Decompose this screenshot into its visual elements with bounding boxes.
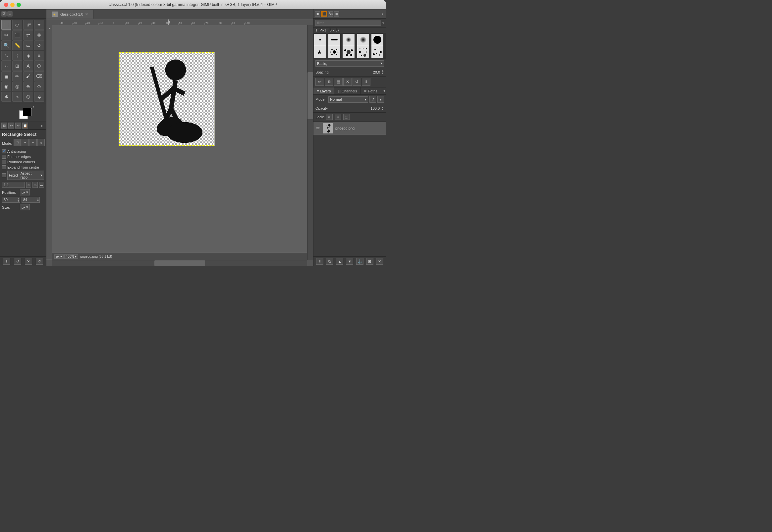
expand-centre-checkbox[interactable] — [2, 165, 6, 169]
layer-action-up[interactable]: ▲ — [336, 258, 343, 265]
toolbox-mini-1[interactable]: 🖼 — [1, 11, 7, 17]
tool-bucket[interactable]: ⬡ — [34, 61, 44, 71]
toolbox-mini-2[interactable]: ⊙ — [7, 11, 13, 17]
lock-alpha[interactable]: ⬚ — [343, 114, 350, 120]
brush-plus[interactable] — [357, 46, 369, 58]
rp-btn-brush[interactable]: ⬛ — [321, 11, 327, 17]
tool-perspective[interactable]: ◈ — [23, 51, 33, 61]
brush-splat1[interactable] — [328, 46, 340, 58]
mode-subtract[interactable]: − — [29, 139, 37, 146]
opacity-spinner[interactable]: ▲ ▼ — [381, 106, 384, 111]
bottom-action-3[interactable]: ✕ — [25, 258, 32, 265]
scrollbar-vertical[interactable] — [307, 25, 313, 260]
scrollbar-h-thumb[interactable] — [154, 260, 205, 266]
tool-flip[interactable]: ↔ — [1, 61, 11, 71]
status-zoom-dropdown[interactable]: 400% ▾ — [64, 254, 79, 259]
mode-intersect[interactable]: ∩ — [37, 139, 45, 146]
bottom-action-4[interactable]: ↺ — [36, 258, 43, 265]
scrollbar-horizontal[interactable] — [52, 260, 307, 266]
tool-move[interactable]: ✚ — [34, 30, 44, 40]
tool-text[interactable]: A — [23, 61, 33, 71]
ratio-landscape[interactable]: ▬ — [39, 182, 44, 188]
tool-airbrush[interactable]: ◉ — [1, 81, 11, 91]
antialiasing-checkbox[interactable] — [2, 149, 6, 153]
brush-dash[interactable] — [328, 34, 340, 46]
fixed-checkbox[interactable] — [2, 173, 6, 177]
tool-rectangle-select[interactable]: ⬚ — [1, 20, 11, 30]
tool-lasso[interactable]: 𝒫 — [23, 20, 33, 30]
tool-mypaint[interactable]: ⊕ — [23, 81, 33, 91]
tool-color-picker[interactable]: ⬙ — [34, 92, 44, 102]
status-unit-dropdown[interactable]: px ▾ — [54, 254, 64, 259]
brush-pixel[interactable] — [314, 34, 326, 46]
brush-splat2[interactable] — [343, 46, 355, 58]
tool-dodge[interactable]: ⌬ — [23, 92, 33, 102]
brush-scatter[interactable] — [371, 46, 383, 58]
brush-soft1[interactable] — [343, 34, 355, 46]
pos-y-spinner[interactable]: ▲ ▼ — [36, 197, 39, 202]
rp-btn-gradient[interactable]: ▦ — [334, 11, 339, 17]
image-display[interactable] — [119, 52, 215, 146]
tool-smudge[interactable]: ⌁ — [12, 92, 22, 102]
lock-position[interactable]: ✚ — [335, 114, 341, 120]
brush-star[interactable]: ★ — [314, 46, 326, 58]
ratio-portrait[interactable]: ▭ — [32, 182, 37, 188]
action-edit[interactable]: ✏ — [315, 78, 324, 86]
rp-btn-font[interactable]: Aa — [328, 11, 333, 17]
bottom-action-1[interactable]: ⬇ — [3, 258, 10, 265]
tool-fuzzy-select[interactable]: ✦ — [34, 20, 44, 30]
bottom-action-2[interactable]: ↺ — [14, 258, 21, 265]
layer-action-duplicate[interactable]: ⧉ — [326, 258, 333, 265]
tool-warp[interactable]: ⌗ — [34, 51, 44, 61]
tool-fg-select[interactable]: ⬛ — [12, 30, 22, 40]
tool-measure[interactable]: 📏 — [12, 40, 22, 50]
filter-input[interactable] — [315, 20, 381, 26]
scrollbar-v-thumb[interactable] — [307, 72, 313, 119]
layer-action-anchor[interactable]: ⚓ — [356, 258, 363, 265]
action-rename[interactable]: ▤ — [334, 78, 343, 86]
tool-paintbrush[interactable]: 🖌 — [23, 71, 33, 81]
tab-layers[interactable]: ≡ Layers — [313, 87, 334, 94]
ratio-clear[interactable]: ✕ — [26, 182, 31, 188]
tool-ellipse-select[interactable]: ⬭ — [12, 20, 22, 30]
canvas-tab-main[interactable]: ⚡ classic.xcf-1.0 ✕ — [46, 10, 93, 19]
layer-item[interactable]: 👁 pngegg.png — [313, 122, 386, 135]
tool-options-icon1[interactable]: 🖥 — [1, 123, 7, 129]
layer-mode-reset[interactable]: ↺ — [369, 96, 376, 103]
layer-action-merge[interactable]: ⊞ — [366, 258, 373, 265]
nav-arrow-left[interactable]: ◂ — [46, 25, 52, 31]
lock-pixels[interactable]: ✏ — [326, 114, 333, 120]
brush-large[interactable] — [371, 34, 383, 46]
spacing-spinner[interactable]: ▲ ▼ — [381, 70, 384, 75]
minimize-button[interactable] — [10, 3, 15, 7]
tool-crop[interactable]: ▭ — [23, 40, 33, 50]
close-button[interactable] — [4, 3, 8, 7]
feather-edges-checkbox[interactable] — [2, 155, 6, 159]
layers-panel-expand[interactable]: ◂ — [382, 87, 386, 94]
mode-add[interactable]: + — [22, 139, 29, 146]
tool-options-icon4[interactable]: 📋 — [22, 123, 28, 129]
rp-btn-1[interactable]: ◼ — [315, 11, 320, 17]
fixed-dropdown[interactable]: Fixed Aspect ratio ▾ — [7, 171, 44, 180]
tool-options-icon3[interactable]: ↪ — [15, 123, 21, 129]
action-delete[interactable]: ✕ — [343, 78, 352, 86]
tool-rotate[interactable]: ↺ — [34, 40, 44, 50]
tab-paths[interactable]: ⊳ Paths — [361, 87, 381, 94]
layer-action-delete[interactable]: ✕ — [376, 258, 383, 265]
layer-visibility[interactable]: 👁 — [315, 126, 321, 131]
tool-ink[interactable]: ◎ — [12, 81, 22, 91]
action-export[interactable]: ⬆ — [362, 78, 370, 86]
canvas-content[interactable] — [52, 25, 313, 259]
tab-channels[interactable]: ||| Channels — [334, 87, 360, 94]
tool-zoom[interactable]: 🔍 — [1, 40, 11, 50]
swap-colors[interactable]: ⇄ — [31, 105, 34, 110]
size-unit[interactable]: px ▾ — [20, 204, 30, 210]
tool-options-icon2[interactable]: ↩ — [8, 123, 14, 129]
rp-collapse[interactable]: ◂ — [379, 11, 385, 17]
tool-scale[interactable]: ⤡ — [1, 51, 11, 61]
layer-mode-dropdown[interactable]: Normal ▾ — [328, 96, 368, 103]
tool-pencil[interactable]: ✏ — [12, 71, 22, 81]
tab-close[interactable]: ✕ — [85, 12, 88, 16]
action-duplicate[interactable]: ⧉ — [325, 78, 333, 86]
tool-eraser[interactable]: ⌫ — [34, 71, 44, 81]
